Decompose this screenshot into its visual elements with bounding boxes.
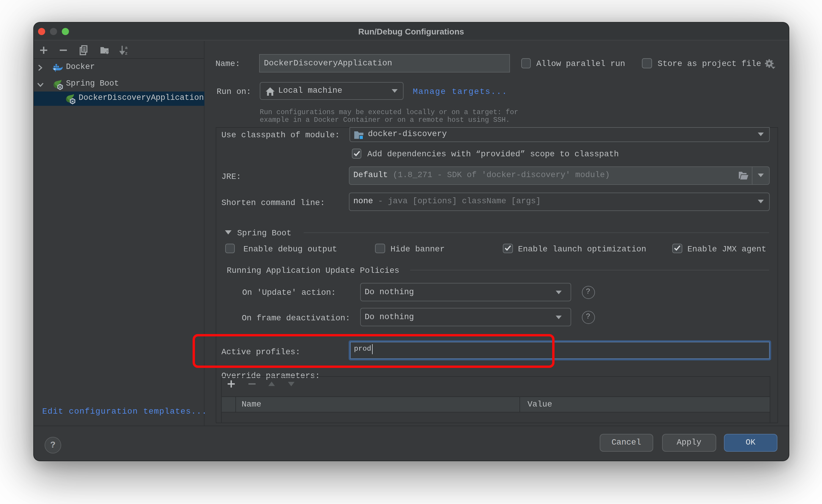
svg-text:a: a: [125, 45, 127, 50]
svg-text:z: z: [125, 51, 127, 55]
